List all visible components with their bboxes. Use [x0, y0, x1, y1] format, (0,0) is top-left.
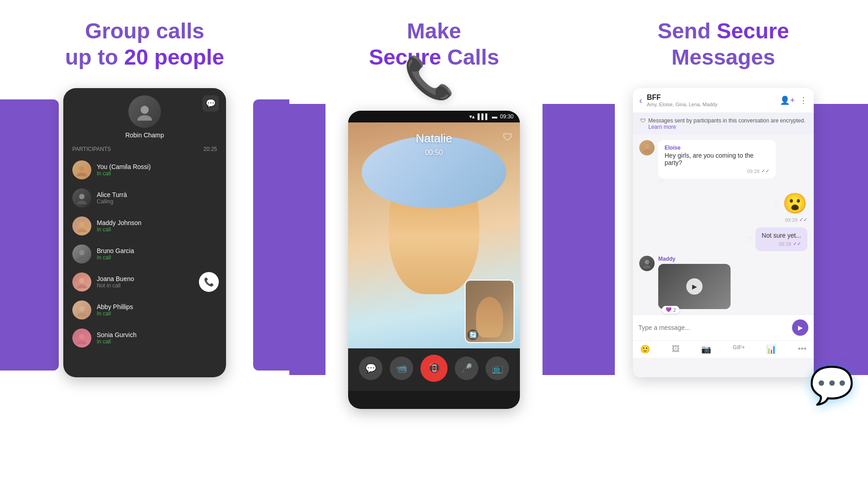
camera-toolbar-button[interactable]: 📷	[701, 344, 711, 354]
gif-toolbar-button[interactable]: GIF+	[733, 344, 745, 354]
add-member-icon[interactable]: 👤+	[780, 95, 795, 105]
participant-status: In call	[97, 226, 217, 233]
list-item: Alice Turrà Calling	[63, 184, 226, 212]
participant-info: Maddy Johnson In call	[97, 219, 217, 233]
svg-point-6	[79, 222, 85, 227]
participant-name: Bruno Garcia	[97, 247, 217, 254]
decorative-phone-icon: 📞	[404, 54, 454, 102]
heart-count-badge: 💜 2	[662, 306, 679, 314]
participant-info: Sonia Gurvich In call	[97, 331, 217, 345]
participant-name: You (Camila Rossi)	[97, 163, 217, 170]
svg-point-0	[141, 106, 149, 114]
message-input-bar: ▶	[633, 314, 814, 340]
svg-point-10	[79, 278, 85, 283]
participant-info: Bruno Garcia In call	[97, 247, 217, 261]
heart-reaction[interactable]: ♡	[746, 235, 753, 244]
list-item: Joana Bueno Not in call 📞	[63, 268, 226, 296]
avatar	[72, 216, 91, 235]
message-input[interactable]	[638, 324, 788, 331]
participants-header: PARTICIPANTS 20:25	[63, 142, 226, 156]
audio-toolbar-button[interactable]: 📊	[766, 344, 776, 354]
self-video-inset: 🔄	[465, 280, 514, 343]
call-joana-button[interactable]: 📞	[199, 272, 219, 292]
phone-mockup-messages: ‹ BFF Amy, Eloise, Gina, Lena, Maddy 👤+ …	[633, 88, 814, 377]
call-screen: Natalie 00:50 🛡 🔄	[348, 122, 520, 348]
learn-more-link[interactable]: Learn more	[648, 124, 676, 130]
screen-share-button[interactable]: 📺	[486, 357, 509, 380]
panel1-title: Group calls up to 20 people	[65, 18, 224, 70]
phone-mockup-group: 💬 Robin Champ PARTICIPANTS 20:25 You (Ca…	[63, 88, 226, 377]
avatar	[72, 328, 91, 347]
encryption-text: Messages sent by participants in this co…	[648, 117, 807, 130]
svg-point-9	[77, 257, 87, 260]
svg-point-1	[137, 115, 152, 121]
svg-point-17	[643, 150, 651, 153]
participants-label: PARTICIPANTS	[72, 146, 111, 152]
title-line2a: up to	[65, 45, 124, 69]
message-meta: 09:28 ✓✓	[774, 217, 807, 223]
heart-count-number: 2	[673, 307, 676, 313]
wifi-icon: ▾▴	[469, 113, 475, 120]
message-toolbar: 🙂 🖼 📷 GIF+ 📊 •••	[633, 340, 814, 358]
message-sender: Eloise	[665, 145, 769, 151]
chat-button[interactable]: 💬	[359, 357, 382, 380]
encryption-notice-text: Messages sent by participants in this co…	[648, 117, 806, 124]
status-bar: ▾▴ ▌▌▌ ▬ 09:30	[348, 111, 520, 122]
message-time: 09:28	[747, 169, 760, 174]
host-avatar-area: Robin Champ	[63, 88, 226, 142]
heart-reaction[interactable]: ♡	[774, 199, 780, 208]
participant-status: In call	[97, 254, 217, 261]
message-bubble: Not sure yet... 09:28 ✓✓	[755, 227, 807, 251]
video-message-thumb[interactable]: ▶ 💜 2	[658, 264, 731, 309]
message-time: 09:28	[778, 241, 791, 247]
message-row: Maddy ▶ 💜 2	[639, 256, 807, 309]
phone-mockup-calls: ▾▴ ▌▌▌ ▬ 09:30 Natalie 00:50 🛡 🔄	[348, 111, 520, 409]
svg-point-8	[79, 250, 85, 255]
svg-point-5	[77, 201, 87, 204]
message-time: 09:28	[785, 217, 797, 223]
title-line1: Group calls	[85, 19, 204, 43]
svg-point-4	[79, 194, 85, 199]
avatar	[72, 188, 91, 207]
svg-point-11	[77, 285, 87, 288]
svg-point-3	[77, 173, 87, 176]
message-text: Hey girls, are you coming to the party?	[665, 152, 769, 166]
list-item: Maddy Johnson In call	[63, 212, 226, 240]
battery-icon: ▬	[492, 113, 497, 120]
image-toolbar-button[interactable]: 🖼	[672, 344, 680, 354]
more-toolbar-button[interactable]: •••	[798, 344, 807, 354]
svg-point-18	[645, 260, 649, 264]
avatar	[72, 272, 91, 291]
participant-info: Abby Phillips In call	[97, 303, 217, 317]
play-video-button[interactable]: ▶	[686, 278, 703, 295]
back-button[interactable]: ‹	[639, 95, 642, 106]
svg-point-12	[79, 306, 85, 311]
list-item: Sonia Gurvich In call	[63, 324, 226, 352]
camera-switch-icon[interactable]: 🔄	[467, 329, 478, 340]
emoji-toolbar-button[interactable]: 🙂	[640, 344, 650, 354]
read-check: ✓✓	[761, 168, 769, 174]
message-avatar	[639, 140, 655, 155]
end-call-button[interactable]: 📵	[420, 355, 448, 382]
message-bubble-wrapper: ♡ 😮 09:28 ✓✓	[774, 192, 807, 223]
avatar	[72, 160, 91, 179]
more-options-icon[interactable]: ⋮	[799, 95, 807, 105]
chat-header: ‹ BFF Amy, Eloise, Gina, Lena, Maddy 👤+ …	[633, 88, 814, 113]
svg-point-7	[77, 229, 87, 232]
send-button[interactable]: ▶	[792, 319, 808, 336]
caller-name: Natalie	[348, 131, 520, 145]
avatar	[72, 300, 91, 319]
message-row: Eloise Hey girls, are you coming to the …	[639, 140, 807, 187]
participant-status: Calling	[97, 198, 217, 205]
message-bubble: Eloise Hey girls, are you coming to the …	[658, 140, 776, 178]
participant-status: In call	[97, 338, 217, 345]
host-avatar	[128, 95, 161, 128]
title-messages: Messages	[671, 45, 775, 69]
video-button[interactable]: 📹	[390, 357, 413, 380]
message-row: ♡ 😮 09:28 ✓✓	[639, 192, 807, 223]
speech-bubble-deco: 💬	[809, 364, 854, 407]
mute-button[interactable]: 🎤	[455, 357, 478, 380]
messages-area: Eloise Hey girls, are you coming to the …	[633, 135, 814, 314]
call-duration: 00:50	[348, 149, 520, 157]
heart-reaction[interactable]: ♡	[658, 179, 665, 187]
